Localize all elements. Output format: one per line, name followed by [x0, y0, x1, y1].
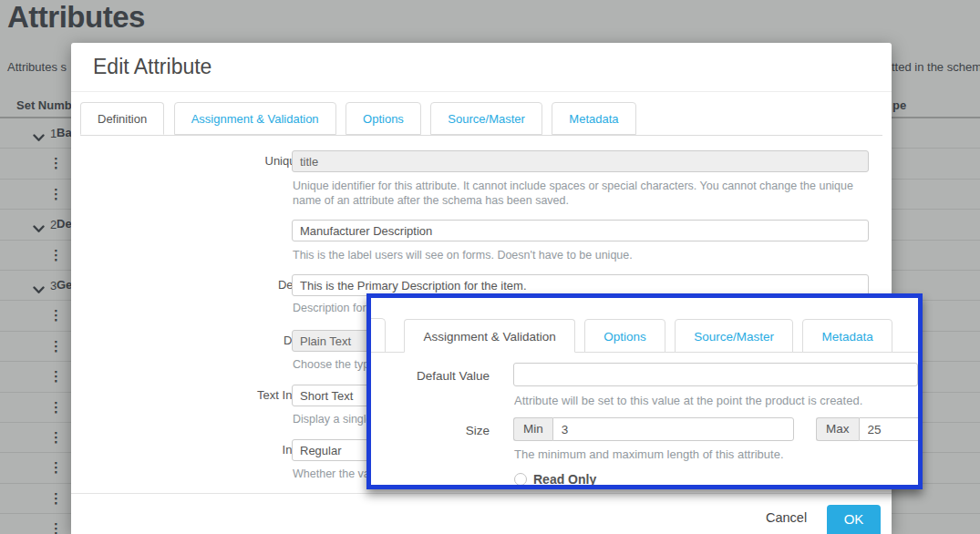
tab-options[interactable]: Options: [346, 102, 421, 135]
page-subtitle-fragment-left: Attributes s: [7, 60, 67, 74]
kebab-menu-icon[interactable]: ⋮: [49, 186, 63, 202]
input-type-help: Whether the val: [293, 467, 373, 481]
default-value-help: Attribute will be set to this value at t…: [514, 394, 862, 408]
label-input[interactable]: [292, 220, 869, 241]
inset-tab-source-master[interactable]: Source/Master: [675, 319, 793, 353]
dialog-header-divider: [71, 91, 892, 92]
text-input-type-help: Display a single: [293, 412, 373, 426]
dialog-footer-divider: [71, 493, 892, 494]
inset-tabbar: Assignment & Validation Options Source/M…: [371, 318, 918, 353]
max-addon: Max: [816, 417, 859, 441]
chevron-down-icon[interactable]: [33, 282, 45, 298]
column-header-type-fragment: pe: [892, 98, 906, 112]
size-min-group: Min: [513, 417, 794, 441]
kebab-menu-icon[interactable]: ⋮: [49, 247, 63, 263]
dialog-title: Edit Attribute: [93, 55, 211, 79]
kebab-menu-icon[interactable]: ⋮: [49, 490, 63, 507]
read-only-checkbox[interactable]: [514, 473, 527, 486]
kebab-menu-icon[interactable]: ⋮: [49, 399, 63, 416]
tab-assignment-validation[interactable]: Assignment & Validation: [174, 102, 336, 135]
unique-name-help: Unique identifier for this attribute. It…: [293, 179, 870, 208]
inset-tab-metadata[interactable]: Metadata: [802, 319, 892, 353]
ok-button[interactable]: OK: [827, 505, 881, 534]
chevron-down-icon[interactable]: [33, 221, 45, 237]
page-subtitle-fragment-right: tted in the schem: [892, 60, 980, 74]
assignment-validation-inset: Assignment & Validation Options Source/M…: [366, 293, 923, 489]
default-value-label: Default Value: [371, 369, 490, 383]
unique-name-input: [292, 150, 869, 172]
dialog-tabbar: Definition Assignment & Validation Optio…: [80, 102, 882, 136]
size-label: Size: [371, 424, 490, 437]
kebab-menu-icon[interactable]: ⋮: [49, 520, 63, 534]
min-addon: Min: [513, 417, 552, 441]
size-min-input[interactable]: [552, 417, 794, 441]
kebab-menu-icon[interactable]: ⋮: [49, 459, 63, 476]
chevron-down-icon[interactable]: [33, 129, 45, 146]
size-max-input[interactable]: [859, 417, 923, 441]
read-only-label: Read Only: [533, 472, 596, 487]
page-title: Attributes: [7, 0, 145, 35]
tab-source-master[interactable]: Source/Master: [430, 102, 542, 135]
cancel-button[interactable]: Cancel: [766, 510, 807, 525]
tab-metadata[interactable]: Metadata: [552, 102, 635, 135]
tab-definition[interactable]: Definition: [80, 102, 164, 135]
data-type-help: Choose the type: [293, 357, 376, 372]
label-help: This is the label users will see on form…: [293, 248, 633, 262]
column-header-set-number: Set Numbe: [16, 98, 78, 112]
default-value-input[interactable]: [513, 363, 918, 386]
kebab-menu-icon[interactable]: ⋮: [49, 429, 63, 446]
inset-tab-options[interactable]: Options: [584, 319, 665, 353]
kebab-menu-icon[interactable]: ⋮: [49, 368, 63, 385]
screen: Attributes Attributes s tted in the sche…: [0, 0, 980, 534]
kebab-menu-icon[interactable]: ⋮: [49, 338, 63, 354]
description-help: Description for t: [293, 301, 373, 315]
size-help: The minimum and maximum length of this a…: [514, 447, 784, 462]
kebab-menu-icon[interactable]: ⋮: [49, 155, 63, 171]
partial-tab-fragment: [371, 318, 386, 353]
size-max-group: Max: [816, 417, 923, 441]
inset-tab-assignment-validation[interactable]: Assignment & Validation: [404, 319, 574, 353]
kebab-menu-icon[interactable]: ⋮: [49, 307, 63, 323]
